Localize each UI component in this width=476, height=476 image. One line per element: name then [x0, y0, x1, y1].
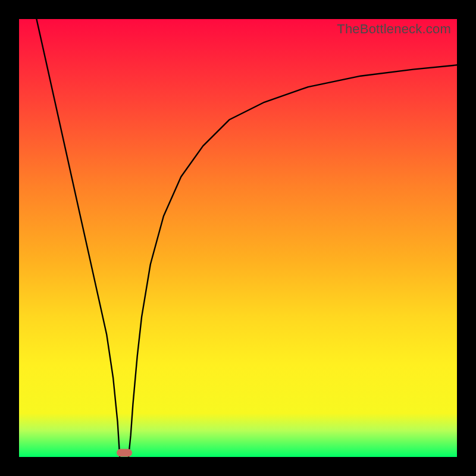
curve-path	[36, 19, 457, 457]
plot-area: TheBottleneck.com	[19, 19, 457, 457]
chart-frame: TheBottleneck.com	[0, 0, 476, 476]
bottleneck-curve	[19, 19, 457, 457]
min-marker	[117, 449, 132, 456]
